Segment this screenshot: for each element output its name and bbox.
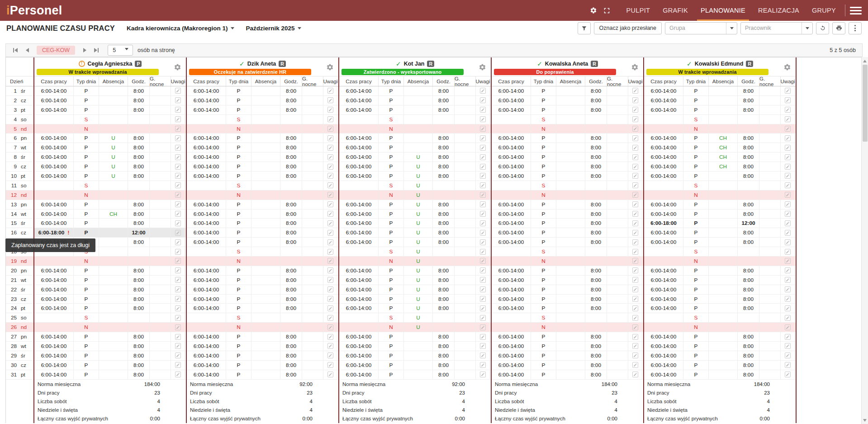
absence-cell[interactable] (99, 257, 128, 266)
edit-note-icon[interactable] (175, 258, 181, 264)
schedule-row-day-18[interactable]: SU (339, 247, 491, 257)
schedule-row-day-24[interactable]: 6:00-14:00P8:00 (492, 304, 643, 313)
edit-note-icon[interactable] (785, 372, 791, 377)
day-type-cell[interactable]: P (226, 219, 251, 228)
edit-note-icon[interactable] (327, 267, 333, 273)
absence-cell[interactable] (251, 181, 280, 190)
group-dropdown[interactable]: Kadra kierownicza (Makroregion 1) (127, 25, 234, 32)
absence-cell[interactable] (709, 247, 738, 256)
day-type-cell[interactable]: N (226, 124, 251, 133)
day-type-cell[interactable]: P (531, 370, 556, 379)
absence-cell[interactable]: U (99, 143, 128, 152)
schedule-row-day-24[interactable]: 6:00-14:00PU8:00 (339, 304, 491, 313)
day-type-cell[interactable]: S (379, 181, 404, 190)
work-time-cell[interactable] (187, 313, 226, 322)
day-type-cell[interactable]: S (683, 247, 709, 256)
day-type-cell[interactable]: P (379, 304, 404, 313)
schedule-row-day-4[interactable]: S (644, 115, 796, 124)
nav-item-grafik[interactable]: GRAFIK (656, 0, 694, 21)
day-type-cell[interactable]: P (683, 152, 709, 162)
absence-cell[interactable] (99, 295, 128, 304)
schedule-row-day-27[interactable]: 6:00-14:00P8:00 (34, 332, 186, 342)
work-time-cell[interactable]: 6:00-14:00 (34, 152, 74, 162)
edit-note-icon[interactable] (175, 126, 181, 132)
absence-cell[interactable]: CH (709, 143, 738, 152)
absence-cell[interactable]: U (404, 266, 433, 275)
work-time-cell[interactable]: 6:00-14:00 (492, 295, 531, 304)
schedule-row-day-20[interactable]: 6:00-14:00P8:00 (644, 266, 796, 276)
absence-cell[interactable] (99, 313, 128, 322)
work-time-cell[interactable]: 6:00-14:00 (644, 200, 683, 209)
work-time-cell[interactable]: 6:00-14:00 (644, 370, 683, 379)
day-type-cell[interactable]: P (531, 238, 556, 247)
absence-cell[interactable] (709, 115, 738, 124)
schedule-row-day-25[interactable]: S (187, 313, 338, 323)
day-type-cell[interactable]: P (531, 152, 556, 162)
absence-cell[interactable] (99, 219, 128, 228)
work-time-cell[interactable]: 6:00-14:00 (492, 285, 531, 294)
work-time-cell[interactable]: 6:00-14:00 (34, 219, 74, 228)
work-time-cell[interactable]: 6:00-14:00 (339, 295, 379, 304)
edit-note-icon[interactable] (175, 145, 181, 151)
work-time-cell[interactable] (492, 323, 531, 332)
absence-cell[interactable] (251, 342, 280, 351)
edit-note-icon[interactable] (480, 258, 486, 264)
work-time-cell[interactable] (644, 257, 683, 266)
work-time-cell[interactable]: 6:00-14:00 (492, 200, 531, 209)
work-time-cell[interactable]: 6:00-14:00 (644, 96, 683, 105)
absence-cell[interactable] (99, 370, 128, 379)
day-type-cell[interactable]: N (74, 191, 99, 200)
schedule-row-day-12[interactable]: N (492, 191, 643, 200)
day-type-cell[interactable]: P (74, 96, 99, 105)
schedule-row-day-29[interactable]: 6:00-14:00P8:00 (187, 351, 338, 361)
schedule-row-day-25[interactable]: S (34, 313, 186, 323)
absence-cell[interactable] (251, 105, 280, 114)
edit-note-icon[interactable] (480, 135, 486, 141)
work-time-cell[interactable]: 6:00-14:00 (339, 219, 379, 228)
edit-note-icon[interactable] (327, 286, 333, 292)
absence-cell[interactable] (251, 191, 280, 200)
day-type-cell[interactable]: P (683, 200, 709, 209)
edit-note-icon[interactable] (632, 154, 638, 160)
day-type-cell[interactable]: N (683, 124, 709, 133)
schedule-row-day-25[interactable]: S (492, 313, 643, 323)
edit-note-icon[interactable] (175, 116, 181, 122)
work-time-cell[interactable]: 6:00-14:00 (492, 172, 531, 181)
schedule-row-day-19[interactable]: N (187, 257, 338, 266)
absence-cell[interactable] (556, 238, 585, 247)
absence-cell[interactable]: U (404, 313, 433, 322)
work-time-cell[interactable] (187, 247, 226, 256)
day-type-cell[interactable]: S (226, 115, 251, 124)
day-type-cell[interactable]: P (531, 133, 556, 143)
edit-note-icon[interactable] (785, 116, 791, 122)
edit-note-icon[interactable] (327, 107, 333, 113)
work-time-cell[interactable]: 6:00-14:00 (492, 238, 531, 247)
work-time-cell[interactable]: 6:00-14:00 (492, 105, 531, 114)
day-type-cell[interactable]: N (74, 323, 99, 332)
absence-cell[interactable] (251, 143, 280, 152)
work-time-cell[interactable]: 6:00-14:00 (187, 370, 226, 379)
edit-note-icon[interactable] (480, 315, 486, 321)
absence-cell[interactable] (709, 304, 738, 313)
absence-cell[interactable] (556, 228, 585, 237)
day-type-cell[interactable]: P (683, 361, 709, 370)
schedule-row-day-10[interactable]: 6:00-14:00P8:00 (187, 172, 338, 181)
day-type-cell[interactable]: P (74, 342, 99, 351)
edit-note-icon[interactable] (175, 230, 181, 236)
absence-cell[interactable] (99, 285, 128, 294)
group-gear-icon[interactable] (478, 62, 487, 71)
schedule-row-day-1[interactable]: 6:00-14:00P8:00 (644, 86, 796, 96)
schedule-row-day-28[interactable]: 6:00-14:00P8:00 (492, 342, 643, 351)
edit-note-icon[interactable] (327, 173, 333, 179)
group-gear-icon[interactable] (173, 62, 182, 71)
day-type-cell[interactable]: P (683, 304, 709, 313)
edit-note-icon[interactable] (480, 164, 486, 170)
schedule-row-day-23[interactable]: 6:00-14:00P8:00 (34, 295, 186, 304)
schedule-row-day-28[interactable]: 6:00-14:00P8:00 (34, 342, 186, 351)
edit-note-icon[interactable] (480, 97, 486, 103)
schedule-row-day-13[interactable]: 6:00-14:00P8:00 (187, 200, 338, 210)
edit-note-icon[interactable] (785, 353, 791, 358)
day-type-cell[interactable]: S (683, 313, 709, 322)
schedule-row-day-21[interactable]: 6:00-14:00P8:00 (187, 276, 338, 285)
absence-cell[interactable]: U (404, 323, 433, 332)
